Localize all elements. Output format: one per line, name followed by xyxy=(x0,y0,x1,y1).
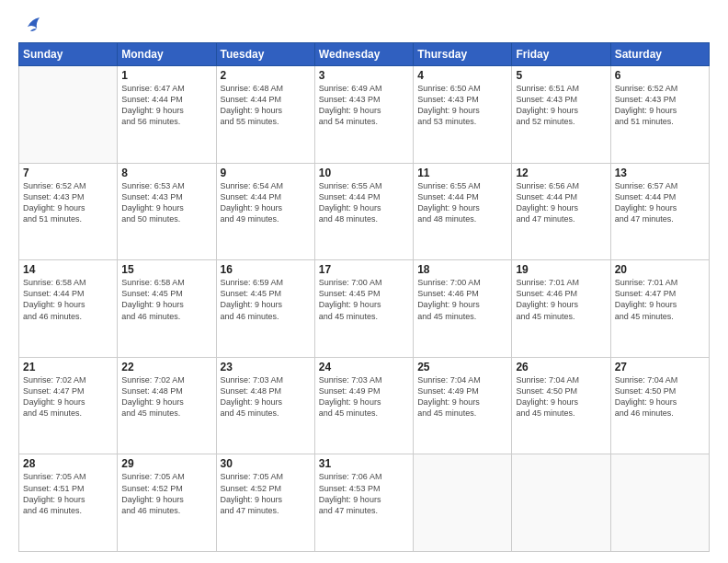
day-header-saturday: Saturday xyxy=(610,43,709,66)
day-number: 8 xyxy=(121,167,211,179)
day-number: 18 xyxy=(417,263,507,276)
day-number: 12 xyxy=(516,167,606,179)
day-number: 11 xyxy=(417,167,507,179)
day-info: Sunrise: 6:51 AM Sunset: 4:43 PM Dayligh… xyxy=(516,83,606,128)
day-number: 20 xyxy=(615,263,705,276)
calendar-cell: 11Sunrise: 6:55 AM Sunset: 4:44 PM Dayli… xyxy=(414,163,512,260)
day-info: Sunrise: 6:59 AM Sunset: 4:45 PM Dayligh… xyxy=(221,277,311,322)
calendar-cell: 28Sunrise: 7:05 AM Sunset: 4:51 PM Dayli… xyxy=(19,454,118,552)
calendar-cell: 13Sunrise: 6:57 AM Sunset: 4:44 PM Dayli… xyxy=(610,163,709,260)
week-row-1: 1Sunrise: 6:47 AM Sunset: 4:44 PM Daylig… xyxy=(19,66,710,164)
day-info: Sunrise: 6:52 AM Sunset: 4:43 PM Dayligh… xyxy=(23,180,113,225)
logo xyxy=(18,15,42,35)
day-number: 4 xyxy=(417,69,507,82)
day-info: Sunrise: 7:05 AM Sunset: 4:51 PM Dayligh… xyxy=(23,471,113,516)
day-number: 2 xyxy=(221,69,311,82)
day-info: Sunrise: 7:04 AM Sunset: 4:50 PM Dayligh… xyxy=(516,374,606,419)
day-number: 5 xyxy=(516,69,606,82)
day-info: Sunrise: 6:55 AM Sunset: 4:44 PM Dayligh… xyxy=(319,180,409,225)
calendar-cell: 29Sunrise: 7:05 AM Sunset: 4:52 PM Dayli… xyxy=(118,454,216,552)
day-info: Sunrise: 6:50 AM Sunset: 4:43 PM Dayligh… xyxy=(417,83,507,128)
day-header-sunday: Sunday xyxy=(19,43,118,66)
day-number: 30 xyxy=(221,457,311,470)
day-info: Sunrise: 7:01 AM Sunset: 4:46 PM Dayligh… xyxy=(516,277,606,322)
day-info: Sunrise: 6:48 AM Sunset: 4:44 PM Dayligh… xyxy=(221,83,311,128)
day-info: Sunrise: 7:02 AM Sunset: 4:47 PM Dayligh… xyxy=(23,374,113,419)
day-number: 6 xyxy=(615,69,705,82)
calendar-cell: 20Sunrise: 7:01 AM Sunset: 4:47 PM Dayli… xyxy=(610,260,709,358)
calendar-header-row: SundayMondayTuesdayWednesdayThursdayFrid… xyxy=(19,43,710,66)
calendar-cell: 15Sunrise: 6:58 AM Sunset: 4:45 PM Dayli… xyxy=(118,260,216,358)
day-number: 1 xyxy=(121,69,211,82)
day-info: Sunrise: 6:58 AM Sunset: 4:44 PM Dayligh… xyxy=(23,277,113,322)
day-number: 29 xyxy=(121,457,211,470)
calendar-cell: 23Sunrise: 7:03 AM Sunset: 4:48 PM Dayli… xyxy=(216,357,314,454)
calendar-cell: 25Sunrise: 7:04 AM Sunset: 4:49 PM Dayli… xyxy=(414,357,512,454)
day-info: Sunrise: 6:49 AM Sunset: 4:43 PM Dayligh… xyxy=(319,83,409,128)
day-number: 21 xyxy=(23,361,113,373)
calendar-cell xyxy=(512,454,610,552)
calendar-cell: 16Sunrise: 6:59 AM Sunset: 4:45 PM Dayli… xyxy=(216,260,314,358)
day-number: 24 xyxy=(319,361,409,373)
calendar-cell: 21Sunrise: 7:02 AM Sunset: 4:47 PM Dayli… xyxy=(19,357,118,454)
calendar-table: SundayMondayTuesdayWednesdayThursdayFrid… xyxy=(18,42,710,552)
day-number: 22 xyxy=(121,361,211,373)
day-number: 9 xyxy=(221,167,311,179)
header xyxy=(18,15,710,35)
week-row-2: 7Sunrise: 6:52 AM Sunset: 4:43 PM Daylig… xyxy=(19,163,710,260)
day-info: Sunrise: 7:03 AM Sunset: 4:49 PM Dayligh… xyxy=(319,374,409,419)
day-info: Sunrise: 6:47 AM Sunset: 4:44 PM Dayligh… xyxy=(121,83,211,128)
day-info: Sunrise: 6:58 AM Sunset: 4:45 PM Dayligh… xyxy=(121,277,211,322)
day-number: 31 xyxy=(319,457,409,470)
day-number: 7 xyxy=(23,167,113,179)
day-number: 13 xyxy=(615,167,705,179)
week-row-3: 14Sunrise: 6:58 AM Sunset: 4:44 PM Dayli… xyxy=(19,260,710,358)
day-number: 25 xyxy=(417,361,507,373)
day-header-friday: Friday xyxy=(512,43,610,66)
day-info: Sunrise: 7:04 AM Sunset: 4:49 PM Dayligh… xyxy=(417,374,507,419)
calendar-cell: 27Sunrise: 7:04 AM Sunset: 4:50 PM Dayli… xyxy=(610,357,709,454)
day-number: 3 xyxy=(319,69,409,82)
day-header-thursday: Thursday xyxy=(414,43,512,66)
day-number: 10 xyxy=(319,167,409,179)
day-info: Sunrise: 6:56 AM Sunset: 4:44 PM Dayligh… xyxy=(516,180,606,225)
calendar-cell: 26Sunrise: 7:04 AM Sunset: 4:50 PM Dayli… xyxy=(512,357,610,454)
day-header-tuesday: Tuesday xyxy=(216,43,314,66)
calendar-cell: 17Sunrise: 7:00 AM Sunset: 4:45 PM Dayli… xyxy=(314,260,413,358)
calendar-cell: 18Sunrise: 7:00 AM Sunset: 4:46 PM Dayli… xyxy=(414,260,512,358)
day-info: Sunrise: 6:53 AM Sunset: 4:43 PM Dayligh… xyxy=(121,180,211,225)
day-number: 17 xyxy=(319,263,409,276)
calendar-cell: 2Sunrise: 6:48 AM Sunset: 4:44 PM Daylig… xyxy=(216,66,314,164)
calendar-cell xyxy=(19,66,118,164)
day-header-wednesday: Wednesday xyxy=(314,43,413,66)
logo-bird-icon xyxy=(22,15,42,35)
day-number: 19 xyxy=(516,263,606,276)
day-number: 15 xyxy=(121,263,211,276)
day-info: Sunrise: 6:54 AM Sunset: 4:44 PM Dayligh… xyxy=(221,180,311,225)
week-row-4: 21Sunrise: 7:02 AM Sunset: 4:47 PM Dayli… xyxy=(19,357,710,454)
day-info: Sunrise: 7:02 AM Sunset: 4:48 PM Dayligh… xyxy=(121,374,211,419)
calendar-cell xyxy=(610,454,709,552)
day-info: Sunrise: 7:06 AM Sunset: 4:53 PM Dayligh… xyxy=(319,471,409,516)
day-info: Sunrise: 7:05 AM Sunset: 4:52 PM Dayligh… xyxy=(121,471,211,516)
calendar-cell: 7Sunrise: 6:52 AM Sunset: 4:43 PM Daylig… xyxy=(19,163,118,260)
day-info: Sunrise: 6:52 AM Sunset: 4:43 PM Dayligh… xyxy=(615,83,705,128)
day-number: 27 xyxy=(615,361,705,373)
day-number: 14 xyxy=(23,263,113,276)
calendar-cell xyxy=(414,454,512,552)
week-row-5: 28Sunrise: 7:05 AM Sunset: 4:51 PM Dayli… xyxy=(19,454,710,552)
day-header-monday: Monday xyxy=(118,43,216,66)
day-info: Sunrise: 7:03 AM Sunset: 4:48 PM Dayligh… xyxy=(221,374,311,419)
calendar-cell: 19Sunrise: 7:01 AM Sunset: 4:46 PM Dayli… xyxy=(512,260,610,358)
calendar-cell: 1Sunrise: 6:47 AM Sunset: 4:44 PM Daylig… xyxy=(118,66,216,164)
day-info: Sunrise: 7:01 AM Sunset: 4:47 PM Dayligh… xyxy=(615,277,705,322)
day-info: Sunrise: 7:00 AM Sunset: 4:45 PM Dayligh… xyxy=(319,277,409,322)
day-number: 16 xyxy=(221,263,311,276)
calendar-cell: 24Sunrise: 7:03 AM Sunset: 4:49 PM Dayli… xyxy=(314,357,413,454)
calendar-cell: 22Sunrise: 7:02 AM Sunset: 4:48 PM Dayli… xyxy=(118,357,216,454)
day-number: 23 xyxy=(221,361,311,373)
calendar-cell: 30Sunrise: 7:05 AM Sunset: 4:52 PM Dayli… xyxy=(216,454,314,552)
day-number: 28 xyxy=(23,457,113,470)
day-number: 26 xyxy=(516,361,606,373)
page: SundayMondayTuesdayWednesdayThursdayFrid… xyxy=(0,0,728,563)
